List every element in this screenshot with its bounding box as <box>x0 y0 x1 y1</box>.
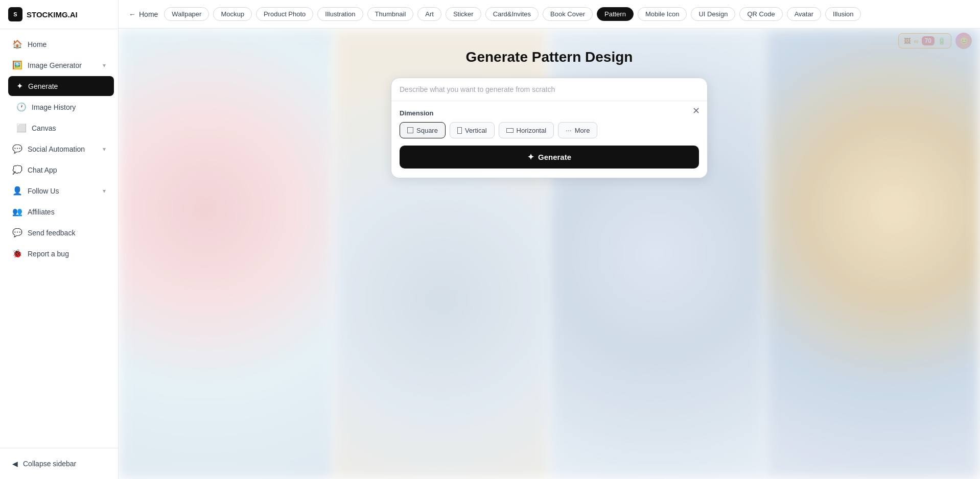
sidebar-item-canvas[interactable]: ⬜ Canvas <box>8 118 114 138</box>
generate-input[interactable] <box>400 85 699 93</box>
dimension-more-label: More <box>575 127 590 134</box>
sidebar-chat-app-label: Chat App <box>28 166 106 174</box>
close-icon[interactable]: ✕ <box>692 106 700 115</box>
dimension-vertical-icon <box>457 127 462 134</box>
sidebar-image-history-label: Image History <box>32 103 106 111</box>
nav-pills-container: WallpaperMockupProduct PhotoIllustration… <box>164 7 861 21</box>
nav-pill-thumbnail[interactable]: Thumbnail <box>367 7 414 21</box>
page-title: Generate Pattern Design <box>466 49 633 65</box>
generate-icon: ✦ <box>16 81 23 91</box>
back-arrow-icon: ← <box>129 10 136 18</box>
generate-button[interactable]: ✦ Generate <box>400 146 699 169</box>
affiliates-icon: 👥 <box>12 207 22 217</box>
bug-icon: 🐞 <box>12 249 22 258</box>
sidebar-item-follow-us[interactable]: 👤 Follow Us ▾ <box>4 181 114 201</box>
main-content: ← Home WallpaperMockupProduct PhotoIllus… <box>119 0 980 479</box>
dimension-more-button[interactable]: ···More <box>558 122 597 138</box>
nav-pill-wallpaper[interactable]: Wallpaper <box>164 7 209 21</box>
logo: S STOCKIMG.AI <box>0 0 118 29</box>
chevron-down-icon: ▾ <box>103 146 106 153</box>
breadcrumb-back[interactable]: ← Home <box>129 10 158 18</box>
nav-pill-avatar[interactable]: Avatar <box>787 7 821 21</box>
logo-icon: S <box>8 7 22 21</box>
sidebar-report-bug-label: Report a bug <box>28 250 106 258</box>
sidebar-item-chat-app[interactable]: 💭 Chat App <box>4 160 114 180</box>
generate-button-label: Generate <box>538 153 571 161</box>
collapse-sidebar-label: Collapse sidebar <box>23 460 76 468</box>
nav-pill-sticker[interactable]: Sticker <box>446 7 481 21</box>
sidebar-nav: 🏠 Home 🖼️ Image Generator ▾ ✦ Generate 🕐… <box>0 29 118 448</box>
sidebar-item-image-generator[interactable]: 🖼️ Image Generator ▾ <box>4 55 114 75</box>
collapse-sidebar-button[interactable]: ◀ Collapse sidebar <box>4 454 114 473</box>
collapse-icon: ◀ <box>12 460 18 468</box>
sidebar-bottom: ◀ Collapse sidebar <box>0 448 118 479</box>
sidebar-item-social-automation[interactable]: 💬 Social Automation ▾ <box>4 139 114 159</box>
follow-icon: 👤 <box>12 186 22 196</box>
nav-pill-illustration[interactable]: Illustration <box>317 7 363 21</box>
content-area: 🖼 ∞ 70 🔋 😊 Generate Pattern Design <box>119 29 980 479</box>
sidebar-item-send-feedback[interactable]: 💬 Send feedback <box>4 223 114 243</box>
dimension-vertical-button[interactable]: Vertical <box>450 122 495 138</box>
nav-pill-book-cover[interactable]: Book Cover <box>543 7 593 21</box>
chevron-up-icon: ▾ <box>103 62 106 69</box>
social-automation-icon: 💬 <box>12 144 22 154</box>
chat-icon: 💭 <box>12 165 22 175</box>
dimension-options: SquareVerticalHorizontal···More <box>400 122 699 138</box>
image-generator-icon: 🖼️ <box>12 60 22 70</box>
sidebar-item-generate[interactable]: ✦ Generate <box>8 76 114 96</box>
dimension-square-label: Square <box>416 127 438 134</box>
dimension-vertical-label: Vertical <box>465 127 487 134</box>
dimension-square-button[interactable]: Square <box>400 122 446 138</box>
dimension-horizontal-icon <box>506 128 514 133</box>
breadcrumb-home-label: Home <box>139 10 158 18</box>
canvas-icon: ⬜ <box>16 123 27 133</box>
center-panel: Generate Pattern Design ✕ Dimension Squa… <box>119 29 980 178</box>
nav-pill-ui-design[interactable]: UI Design <box>691 7 735 21</box>
nav-pill-qr-code[interactable]: QR Code <box>739 7 782 21</box>
dimension-label: Dimension <box>400 109 699 117</box>
generate-input-row <box>391 78 707 101</box>
sidebar-image-generator-label: Image Generator <box>28 61 98 69</box>
nav-pill-illusion[interactable]: Illusion <box>825 7 861 21</box>
sidebar-home-label: Home <box>28 40 106 49</box>
sidebar-send-feedback-label: Send feedback <box>28 229 106 237</box>
sidebar-generate-label: Generate <box>28 82 106 90</box>
sidebar-item-affiliates[interactable]: 👥 Affiliates <box>4 202 114 222</box>
sidebar-follow-us-label: Follow Us <box>28 187 98 195</box>
sidebar-social-automation-label: Social Automation <box>28 145 98 153</box>
history-icon: 🕐 <box>16 102 27 112</box>
home-icon: 🏠 <box>12 39 22 49</box>
nav-pill-product-photo[interactable]: Product Photo <box>256 7 313 21</box>
dimension-square-icon <box>407 127 413 133</box>
dimension-horizontal-label: Horizontal <box>517 127 547 134</box>
generate-box: ✕ Dimension SquareVerticalHorizontal···M… <box>391 78 708 178</box>
sidebar-item-image-generator-group: 🖼️ Image Generator ▾ ✦ Generate 🕐 Image … <box>0 55 118 138</box>
sparkle-icon: ✦ <box>527 152 534 162</box>
sidebar: S STOCKIMG.AI 🏠 Home 🖼️ Image Generator … <box>0 0 119 479</box>
sidebar-item-report-bug[interactable]: 🐞 Report a bug <box>4 244 114 264</box>
nav-pill-mobile-icon[interactable]: Mobile Icon <box>638 7 687 21</box>
feedback-icon: 💬 <box>12 228 22 237</box>
nav-pill-mockup[interactable]: Mockup <box>213 7 252 21</box>
nav-pill-pattern[interactable]: Pattern <box>597 7 634 21</box>
more-dots-icon: ··· <box>566 126 572 134</box>
top-nav: ← Home WallpaperMockupProduct PhotoIllus… <box>119 0 980 29</box>
sidebar-item-home[interactable]: 🏠 Home <box>4 34 114 54</box>
sidebar-canvas-label: Canvas <box>32 124 106 132</box>
dimension-horizontal-button[interactable]: Horizontal <box>499 122 554 138</box>
nav-pill-card-invites[interactable]: Card&Invites <box>485 7 539 21</box>
sidebar-affiliates-label: Affiliates <box>28 208 106 216</box>
sidebar-item-image-history[interactable]: 🕐 Image History <box>8 97 114 117</box>
chevron-down-icon-follow: ▾ <box>103 187 106 195</box>
dimension-panel: ✕ Dimension SquareVerticalHorizontal···M… <box>391 101 707 178</box>
logo-text: STOCKIMG.AI <box>27 10 78 19</box>
nav-pill-art[interactable]: Art <box>417 7 441 21</box>
